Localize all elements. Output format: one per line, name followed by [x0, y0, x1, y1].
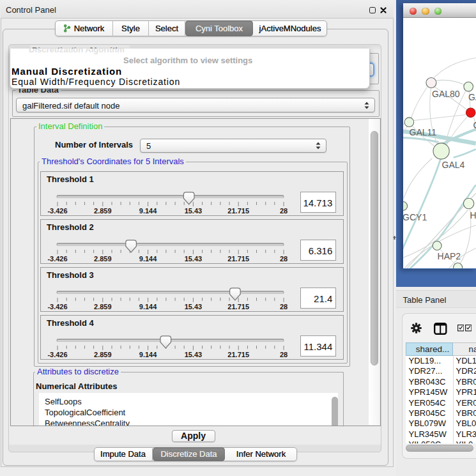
svg-text:15.43: 15.43	[185, 207, 203, 215]
svg-text:2.859: 2.859	[94, 303, 112, 311]
svg-text:2.859: 2.859	[94, 255, 112, 263]
svg-text:-3.426: -3.426	[47, 255, 67, 263]
svg-text:GA: GA	[468, 92, 475, 102]
svg-text:9.144: 9.144	[139, 207, 157, 215]
svg-text:-3.426: -3.426	[47, 303, 67, 311]
svg-text:9.144: 9.144	[139, 351, 157, 358]
svg-text:15.43: 15.43	[185, 255, 203, 263]
svg-text:15.43: 15.43	[185, 303, 203, 311]
svg-text:21.715: 21.715	[227, 351, 249, 358]
svg-text:9.144: 9.144	[139, 303, 157, 311]
svg-text:CC: CC	[473, 120, 476, 130]
svg-text:28: 28	[280, 255, 288, 263]
svg-text:GAL80: GAL80	[432, 89, 460, 99]
svg-text:21.715: 21.715	[227, 207, 249, 215]
svg-text:GAL11: GAL11	[410, 127, 437, 137]
svg-text:-3.426: -3.426	[47, 351, 67, 358]
svg-text:21.715: 21.715	[227, 303, 249, 311]
svg-text:2.859: 2.859	[94, 351, 112, 358]
svg-text:HAP2: HAP2	[438, 251, 461, 261]
svg-text:2.859: 2.859	[94, 207, 112, 215]
svg-text:9.144: 9.144	[139, 255, 157, 263]
svg-text:21.715: 21.715	[227, 255, 249, 263]
svg-text:-3.426: -3.426	[47, 207, 67, 215]
svg-text:GCY1: GCY1	[403, 211, 427, 222]
svg-text:GAL4: GAL4	[442, 160, 465, 170]
svg-text:HI: HI	[470, 210, 476, 220]
svg-text:28: 28	[280, 303, 288, 311]
svg-text:28: 28	[280, 351, 288, 358]
svg-text:28: 28	[280, 207, 288, 215]
svg-text:15.43: 15.43	[185, 351, 203, 358]
